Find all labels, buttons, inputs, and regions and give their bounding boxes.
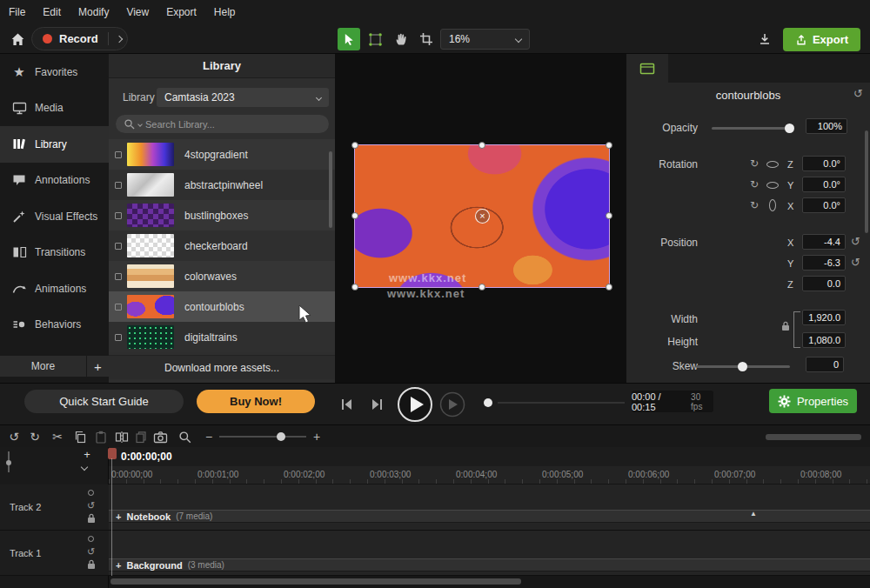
- buy-now-button[interactable]: Buy Now!: [197, 390, 315, 413]
- download-more-assets-link[interactable]: Download more assets...: [109, 355, 335, 379]
- download-button[interactable]: [753, 28, 776, 50]
- cut-icon[interactable]: ✂: [47, 425, 68, 448]
- sidebar-item-visual-effects[interactable]: Visual Effects: [0, 198, 109, 235]
- skip-next-button[interactable]: [438, 391, 466, 418]
- edit-cursor-tool[interactable]: [338, 28, 360, 50]
- group-background[interactable]: + Background (3 media): [109, 558, 870, 571]
- properties-button[interactable]: Properties: [769, 389, 857, 413]
- reset-position-x-icon[interactable]: ↺: [851, 236, 860, 247]
- sidebar-item-transitions[interactable]: Transitions: [0, 235, 109, 271]
- resize-handle-mid-right[interactable]: [606, 212, 612, 219]
- skew-slider-thumb[interactable]: [738, 362, 747, 371]
- media-anchor-icon[interactable]: ×: [475, 209, 490, 224]
- menu-file[interactable]: File: [0, 0, 34, 24]
- export-button[interactable]: Export: [783, 28, 860, 51]
- sidebar-item-annotations[interactable]: Annotations: [0, 163, 109, 199]
- resize-handle-bottom-right[interactable]: [606, 284, 612, 291]
- width-input[interactable]: 1,920.0: [802, 310, 846, 325]
- track-loop-icon[interactable]: ↺: [87, 501, 95, 511]
- track-loop-icon[interactable]: ↺: [87, 547, 95, 557]
- track-monitor-icon[interactable]: [88, 490, 94, 496]
- track-lock-icon[interactable]: [87, 559, 96, 570]
- track-2-lane[interactable]: + Notebook (7 media) ▲: [109, 484, 870, 531]
- timeline-header[interactable]: 0:00:00;00: [109, 447, 870, 466]
- rotate-z-icon[interactable]: ↻: [750, 158, 759, 169]
- sidebar-item-media[interactable]: Media: [0, 90, 109, 127]
- timeline-ruler[interactable]: 0:00:00;00 0:00:01;00 0:00:02;00 0:00:03…: [109, 466, 870, 484]
- menu-modify[interactable]: Modify: [70, 0, 117, 24]
- resize-handle-top-right[interactable]: [606, 142, 612, 149]
- sidebar-add-button[interactable]: +: [87, 356, 109, 377]
- library-search[interactable]: [116, 115, 329, 133]
- rotation-y-input[interactable]: 0.0°: [802, 177, 846, 192]
- timeline-horizontal-scrollbar-top[interactable]: [766, 434, 861, 440]
- asset-row[interactable]: abstractpinwheel: [109, 170, 335, 200]
- properties-scrollbar[interactable]: [865, 130, 868, 233]
- redo-icon[interactable]: ↻: [24, 425, 45, 448]
- next-frame-button[interactable]: [365, 394, 390, 415]
- opacity-slider[interactable]: [712, 127, 793, 130]
- opacity-value-input[interactable]: 100%: [806, 118, 847, 134]
- sidebar-item-animations[interactable]: Animations: [0, 271, 109, 307]
- position-z-input[interactable]: 0.0: [802, 276, 846, 291]
- reset-position-y-icon[interactable]: ↺: [851, 257, 860, 268]
- library-scrollbar[interactable]: [329, 151, 332, 228]
- undo-icon[interactable]: ↺: [3, 425, 24, 448]
- skew-value-input[interactable]: 0: [806, 357, 844, 372]
- zoom-in-button[interactable]: +: [306, 425, 327, 448]
- group-expand-icon[interactable]: +: [116, 511, 121, 522]
- asset-row[interactable]: 4stopgradient: [109, 139, 335, 170]
- menu-edit[interactable]: Edit: [34, 0, 70, 24]
- asset-row[interactable]: bustlingboxes: [109, 200, 335, 231]
- resize-handle-bottom-left[interactable]: [351, 284, 358, 291]
- camera-icon[interactable]: [150, 425, 171, 448]
- menu-help[interactable]: Help: [205, 0, 244, 24]
- timeline-zoom-slider[interactable]: [219, 436, 306, 438]
- track-1-lane[interactable]: + Background (3 media): [109, 531, 870, 576]
- rotate-x-icon[interactable]: ↻: [750, 200, 759, 210]
- quick-start-guide-button[interactable]: Quick Start Guide: [24, 390, 184, 413]
- record-options-chevron-icon[interactable]: [116, 35, 123, 42]
- canvas-zoom-select[interactable]: 16%: [440, 29, 530, 50]
- split-icon[interactable]: [111, 425, 132, 448]
- duplicate-icon[interactable]: [130, 425, 151, 448]
- menu-view[interactable]: View: [117, 0, 157, 24]
- track-monitor-icon[interactable]: [88, 536, 94, 542]
- scrubber-track[interactable]: [498, 402, 625, 404]
- position-x-input[interactable]: -4.4: [802, 234, 846, 250]
- collapse-tracks-chevron-icon[interactable]: [81, 464, 88, 471]
- menu-export[interactable]: Export: [157, 0, 205, 24]
- rotate-y-icon[interactable]: ↻: [750, 179, 759, 190]
- timeline-zoom-slider-thumb[interactable]: [277, 432, 285, 441]
- group-expand-icon[interactable]: +: [116, 560, 121, 571]
- resize-handle-top-center[interactable]: [478, 142, 485, 149]
- sidebar-more-button[interactable]: More: [0, 356, 86, 377]
- rotation-z-input[interactable]: 0.0°: [802, 156, 846, 171]
- track-1-header[interactable]: Track 1 ↺: [0, 531, 109, 576]
- asset-row[interactable]: checkerboard: [109, 231, 335, 261]
- zoom-out-button[interactable]: −: [198, 425, 219, 448]
- copy-icon[interactable]: [70, 425, 90, 448]
- play-button[interactable]: [396, 385, 434, 424]
- height-input[interactable]: 1,080.0: [802, 332, 846, 348]
- add-track-button[interactable]: +: [78, 448, 96, 461]
- home-button[interactable]: [6, 28, 29, 50]
- search-input[interactable]: [145, 119, 298, 130]
- tab-visual-properties[interactable]: [626, 54, 668, 83]
- paste-icon[interactable]: [90, 425, 111, 448]
- lock-icon[interactable]: [781, 321, 790, 331]
- playhead-line[interactable]: [111, 458, 112, 576]
- skew-slider[interactable]: [696, 365, 790, 368]
- pan-tool[interactable]: [390, 28, 412, 50]
- rotation-x-input[interactable]: 0.0°: [802, 197, 846, 213]
- group-notebook[interactable]: + Notebook (7 media) ▲: [109, 510, 870, 523]
- scrubber-thumb[interactable]: [484, 398, 492, 407]
- playhead-marker[interactable]: [108, 448, 117, 459]
- library-dropdown[interactable]: Camtasia 2023: [157, 88, 329, 107]
- crop-tool[interactable]: [415, 28, 438, 50]
- asset-row[interactable]: colorwaves: [109, 261, 335, 291]
- group-collapse-marker-icon[interactable]: ▲: [750, 510, 757, 518]
- sidebar-item-favorites[interactable]: ★ Favorites: [0, 54, 109, 90]
- track-lock-icon[interactable]: [87, 513, 96, 524]
- timeline-horizontal-scrollbar[interactable]: [109, 576, 870, 588]
